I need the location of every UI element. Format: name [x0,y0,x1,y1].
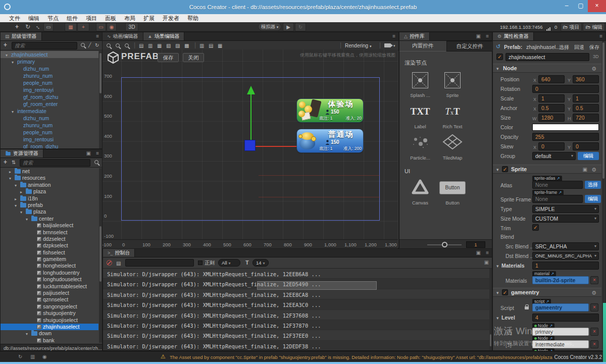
list-item[interactable]: shuiguojiselect [1,317,98,324]
node-3d-toggle[interactable]: 3D [593,54,599,59]
align-vcenter-icon[interactable]: ▥ [148,42,153,49]
assets-scrollbar[interactable] [99,168,102,343]
panel-menu-icon[interactable]: ≡ [96,150,99,156]
local-gizmo-button[interactable]: ▭ [96,23,106,31]
play-button[interactable]: ▶ [283,23,294,31]
tree-item[interactable]: ▾primary [1,58,98,65]
list-item[interactable]: longhudouentry [1,270,98,276]
align-bottom-icon[interactable]: ▦ [157,42,162,49]
remove-script-button[interactable]: × [590,303,598,311]
open-editor-button[interactable]: 🗁 编辑器 [583,23,605,31]
scale-x-field[interactable]: 1 [538,94,565,102]
rect-tool-button[interactable]: ▭ [43,23,54,31]
distribute-v-icon[interactable]: ▤ [209,42,213,49]
list-item[interactable]: gameitem [1,256,98,263]
list-item[interactable]: ▾down [1,330,98,337]
menu-item[interactable]: 文件 [5,14,24,22]
menu-item[interactable]: 节点 [43,14,63,22]
tab-animation-editor[interactable]: ∿动画编辑器 [103,32,143,40]
prefab-save-button[interactable]: 保存 [158,53,179,62]
game-button-experience[interactable]: 体验场 150 底注: 1准入: 20 [297,99,363,122]
scene-viewport[interactable]: PREFAB 保存 关闭 使用鼠标右键平移视窗焦点，使用滚轮缩放视图 体验场 1… [103,49,398,239]
clear-console-icon[interactable] [107,260,112,266]
regex-checkbox[interactable] [198,261,203,265]
widget-item[interactable]: Canvas [406,178,435,205]
group-edit-button[interactable]: 编辑 [578,152,599,160]
close-button[interactable]: × [588,0,606,12]
add-asset-button[interactable]: + [4,159,7,166]
prefab-select-button[interactable]: 选择 [559,44,569,51]
align-top-icon[interactable]: ▤ [139,42,143,49]
add-node-button[interactable]: + [4,41,7,49]
expand-arrow-icon[interactable]: ▾ [15,202,20,209]
expand-all-icon[interactable]: ╱ [88,41,91,49]
distribute-grid-icon[interactable]: ▦ [218,42,222,49]
widget-item[interactable]: Sprite [438,70,467,98]
list-item[interactable]: ddzselect [1,236,98,242]
menu-item[interactable]: 帮助 [183,14,203,22]
widget-item[interactable]: TiledMap [438,133,467,161]
menu-item[interactable]: 面板 [101,14,120,22]
console-settings-icon[interactable]: ▣ [484,259,489,265]
dst-blend-dropdown[interactable]: ONE_MINUS_SRC_ALPHA▾ [532,252,599,260]
skew-y-field[interactable]: 0 [573,142,599,150]
gear-icon[interactable]: ⚙ [591,290,596,296]
menu-item[interactable]: 项目 [82,14,101,22]
3d-toggle-button[interactable]: 3D [125,23,138,31]
align-left-icon[interactable]: ▧ [166,42,171,49]
anchor-y-field[interactable]: 0.5 [573,104,599,112]
trim-checkbox[interactable]: ✓ [532,224,539,231]
opacity-field[interactable]: 255 [532,133,599,141]
widget-item[interactable]: TxTRich Text [438,101,467,129]
list-item[interactable]: ▾center [1,216,98,222]
list-item[interactable]: longhudouselect [1,276,98,283]
list-item[interactable]: sangongselect [1,303,98,310]
widget-item[interactable]: Splash ... [406,70,435,98]
panel-popup-icon[interactable]: ▣ [476,250,481,255]
list-item[interactable]: hongheiselect [1,263,98,269]
list-item[interactable]: ▸plaza [1,188,98,195]
panel-menu-icon[interactable]: ≡ [486,250,489,255]
prefab-save-button[interactable]: 保存 [589,44,599,51]
scale-tool-icon[interactable]: ↔ [33,22,43,32]
skew-x-field[interactable]: 0 [538,142,565,150]
log-row[interactable]: Simulator: D/jswrapper (643): XMLHttpReq… [103,310,492,320]
materials-count-field[interactable]: 1 [532,262,599,270]
tab-inspector[interactable]: ⚙属性检查器 [493,32,534,40]
size-h-field[interactable]: 720 [573,114,599,122]
expand-arrow-icon[interactable]: ▸ [9,169,15,175]
list-item[interactable]: ▾prefab [1,202,98,209]
panel-popup-icon[interactable]: ▣ [86,150,91,156]
remove-element-button[interactable]: × [590,340,598,348]
console-scrollbar[interactable] [489,269,492,350]
simulator-dropdown[interactable]: 模拟器 ▾ [258,23,281,31]
tab-custom-widgets[interactable]: 自定义控件 [446,41,493,51]
log-row[interactable]: Simulator: D/jswrapper (643): XMLHttpReq… [103,330,492,340]
level-element-field[interactable]: intermediate [532,340,589,348]
assets-search-input[interactable] [20,159,90,167]
warning-message[interactable]: The Asset used by component "cc.Sprite" … [170,353,552,361]
expand-arrow-icon[interactable]: ▾ [15,182,20,189]
tree-item[interactable]: gf_room_dizhu [1,93,98,100]
minimize-button[interactable]: – [560,0,574,12]
expand-arrow-icon[interactable]: ▸ [15,196,20,202]
list-icon[interactable]: ▥ [30,353,35,360]
zoom-reset-icon[interactable] [125,43,129,47]
copy-component-icon[interactable]: ▣ [583,167,587,172]
list-item[interactable]: bank [1,337,98,343]
tree-item[interactable]: zhunru_num [1,72,98,79]
world-gizmo-button[interactable]: ◉ [107,23,117,31]
tree-item[interactable]: zhunru_num [1,122,98,129]
sprite-section-header[interactable]: ▾ ✓ Sprite ▣ ⚙ [493,165,601,174]
log-level-dropdown[interactable]: All▾ [218,259,240,267]
search-icon[interactable] [81,43,85,47]
log-row[interactable]: Simulator: D/jswrapper (643): XMLHttpReq… [103,299,492,309]
anchor-toggle-button[interactable]: + [77,23,89,31]
script-field[interactable]: gameentry [532,303,589,311]
tab-builtin-widgets[interactable]: 内置控件 [399,41,446,51]
node-name-field[interactable]: zhajinhuaselect [506,53,589,61]
align-hcenter-icon[interactable]: ▨ [175,42,180,49]
search-icon[interactable] [94,160,98,164]
list-item[interactable]: ▸net [1,168,98,175]
list-item[interactable]: baijialeselect [1,222,98,229]
